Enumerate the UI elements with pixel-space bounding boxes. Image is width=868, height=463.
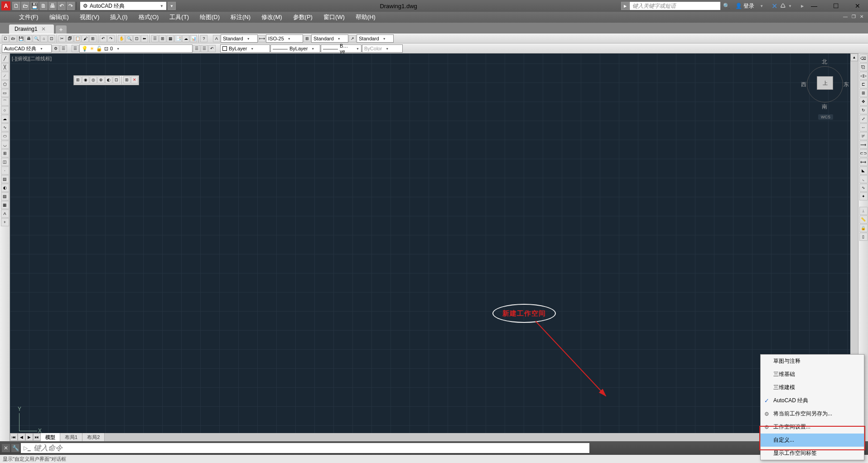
view-icon-2[interactable]: ◉ [82,76,89,83]
menu-draw[interactable]: 绘图(D) [194,12,225,23]
menu-file[interactable]: 文件(F) [14,12,44,23]
layout-first-icon[interactable]: ⏮ [10,433,18,441]
qat-save-icon[interactable]: 💾 [30,2,39,10]
cm-workspace-settings[interactable]: 工作空间设置... [761,420,864,434]
chamfer-icon[interactable]: ◣ [859,166,868,175]
qat-undo-icon[interactable]: ↶ [58,2,66,10]
region-icon[interactable]: ▧ [1,192,9,200]
distance-icon[interactable]: 📏 [859,215,868,224]
qat-print-icon[interactable]: 🖶 [48,2,57,10]
wcs-badge[interactable]: WCS [818,114,833,120]
hatch-icon[interactable]: ▤ [1,175,9,183]
erase-icon[interactable]: ⌫ [859,54,868,63]
mleaderstyle-icon[interactable]: ↗ [349,35,356,42]
open-icon[interactable]: 🗁 [10,35,17,42]
qat-more-icon[interactable]: ▼ [168,2,176,10]
menu-dimension[interactable]: 标注(N) [225,12,256,23]
text-style-dropdown[interactable]: Standard [221,34,258,43]
title-nav-icon[interactable]: ▶ [621,2,629,10]
design-center-icon[interactable]: ⊞ [159,35,166,42]
command-input-area[interactable]: ▷‗ [21,443,589,453]
addselect-icon[interactable]: + [1,218,9,226]
view-icon-3[interactable]: ◎ [90,76,97,83]
undo-icon[interactable]: ↶ [100,35,107,42]
document-tab[interactable]: Drawing1 ✕ [9,24,54,34]
workspace-dropdown[interactable]: AutoCAD 经典 [2,44,52,53]
preview-icon[interactable]: 🔍 [33,35,40,42]
scale-icon[interactable]: ⤢ [859,115,868,123]
linetype-dropdown[interactable]: ———ByLayer [270,44,320,53]
paste-icon[interactable]: 📋 [74,35,81,42]
tab-close-icon[interactable]: ✕ [41,26,46,32]
zoom-prev-icon[interactable]: ⬅ [141,35,148,42]
constraint-icon[interactable]: 🔒 [859,224,868,232]
help-icon[interactable]: ? [200,35,207,42]
spline-icon[interactable]: ∿ [1,123,9,132]
color-dropdown[interactable]: ByLayer [220,44,270,53]
menu-edit[interactable]: 编辑(E) [44,12,74,23]
viewport-label[interactable]: [-][俯视][二维线框] [12,55,52,62]
viewcube-south[interactable]: 南 [822,103,827,111]
ellipsearc-icon[interactable]: ◡ [1,141,9,149]
layer-dropdown[interactable]: 💡☀🔓⊡ 0 [79,44,193,53]
new-tab-button[interactable]: + [56,25,67,34]
view-cube[interactable]: 北 上 南 东 西 WCS [805,58,845,117]
rectangle-icon[interactable]: ▭ [1,89,9,97]
doc-close-icon[interactable]: ✕ [858,14,865,20]
layout-prev-icon[interactable]: ◀ [18,433,25,441]
save-icon[interactable]: 💾 [17,35,24,42]
offset-icon[interactable]: ⊏ [859,80,868,88]
ucs-mod-icon[interactable]: ⟂ [859,207,868,215]
command-input[interactable] [34,444,587,452]
layer-iso-icon[interactable]: ☰ [201,45,208,52]
join-icon[interactable]: ⟷ [859,158,868,166]
cmd-options-icon[interactable]: 🔧 [11,444,19,452]
xline-icon[interactable]: ╳ [1,63,9,71]
array-icon[interactable]: ⊞ [859,89,868,97]
menu-view[interactable]: 视图(V) [74,12,105,23]
maximize-button[interactable]: ☐ [825,0,846,12]
menu-window[interactable]: 窗口(W) [318,12,350,23]
stretch-icon[interactable]: ↔ [859,123,868,132]
line-icon[interactable]: ╱ [1,54,9,63]
doc-minimize-icon[interactable]: — [842,14,849,20]
workspace-gear-icon[interactable]: ☰ [60,45,67,52]
layout-tab-1[interactable]: 布局1 [60,433,82,441]
menu-format[interactable]: 格式(O) [133,12,164,23]
markup-icon[interactable]: ☁ [182,35,189,42]
drawing-canvas[interactable]: [-][俯视][二维线框] ⊞ ◉ ◎ ⊕ ◐ ⊡ ⊞ ✕ Y X [10,54,858,445]
menu-parametric[interactable]: 参数(P) [288,12,318,23]
break-icon[interactable]: ⊂⊃ [859,149,868,157]
sheetset-icon[interactable]: 📑 [174,35,182,42]
properties-icon[interactable]: ☰ [151,35,159,42]
scroll-up-icon[interactable]: ▲ [850,54,858,61]
blend-icon[interactable]: ∿ [859,184,868,192]
extend-icon[interactable]: ⟶ [859,141,868,149]
close-button[interactable]: ✕ [847,0,868,12]
etransmit-icon[interactable]: ⊡ [48,35,55,42]
layer-props-icon[interactable]: ☰ [72,45,79,52]
doc-restore-icon[interactable]: ❐ [850,14,857,20]
ellipse-icon[interactable]: ⬭ [1,132,9,140]
copy-mod-icon[interactable]: ⿻ [859,63,868,71]
search-icon[interactable]: 🔍 [723,3,730,9]
layout-last-icon[interactable]: ⏭ [33,433,41,441]
copy-icon[interactable]: 🗐 [66,35,73,42]
calc-icon[interactable]: 📊 [190,35,197,42]
dim-style-dropdown[interactable]: ISO-25 [266,34,303,43]
qat-redo-icon[interactable]: ↷ [67,2,75,10]
mleader-style-dropdown[interactable]: Standard [357,34,394,43]
cm-autocad-classic[interactable]: AutoCAD 经典 [761,394,864,407]
pan-icon[interactable]: ✋ [118,35,125,42]
tool-palette-icon[interactable]: ▦ [167,35,174,42]
tablestyle-icon[interactable]: ⊞ [304,35,311,42]
view-icon-1[interactable]: ⊞ [74,76,82,83]
search-input[interactable]: 键入关键字或短语 [630,2,720,10]
view-icon-6[interactable]: ⊡ [113,76,120,83]
menu-tools[interactable]: 工具(T) [164,12,194,23]
revcloud-icon[interactable]: ☁ [1,115,9,123]
exchange-icon[interactable]: ✕ [772,2,777,10]
zoom-window-icon[interactable]: ⊡ [133,35,140,42]
cm-show-label[interactable]: 显示工作空间标签 [761,447,864,460]
cm-3d-modeling[interactable]: 三维建模 [761,381,864,394]
